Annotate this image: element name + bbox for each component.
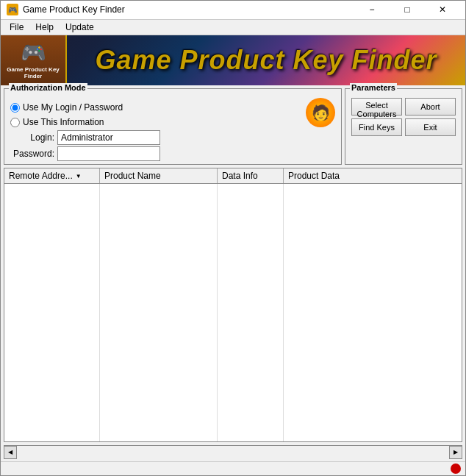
title-bar: 🎮 Game Product Key Finder − □ ✕ xyxy=(1,1,465,20)
scroll-right-button[interactable]: ▶ xyxy=(449,446,462,459)
auth-option1-label[interactable]: Use My Login / Password xyxy=(10,102,123,113)
password-label: Password: xyxy=(10,149,54,159)
params-legend: Parameters xyxy=(350,83,397,92)
title-bar-left: 🎮 Game Product Key Finder xyxy=(7,4,125,15)
auth-legend: Authorization Mode xyxy=(9,83,87,92)
col-line-1 xyxy=(4,184,100,441)
col-line-4 xyxy=(284,184,462,441)
login-row: Login: xyxy=(10,130,335,145)
auth-option1-radio[interactable] xyxy=(10,103,20,113)
banner: 🎮 Game Product Key Finder Game Product K… xyxy=(1,35,465,86)
col-product-data-label: Product Data xyxy=(288,171,340,181)
find-keys-button[interactable]: Find Keys xyxy=(351,118,402,136)
minimize-button[interactable]: − xyxy=(355,1,389,18)
auth-option2-radio[interactable] xyxy=(10,118,20,127)
menu-update[interactable]: Update xyxy=(60,21,100,34)
table-empty-grid xyxy=(4,184,462,441)
col-product-name: Product Name xyxy=(100,168,218,183)
exit-button[interactable]: Exit xyxy=(405,118,456,136)
auth-option2-row: Use This Information xyxy=(10,117,303,127)
password-input[interactable] xyxy=(57,146,160,161)
auth-box: Authorization Mode Use My Login / Passwo… xyxy=(4,88,342,165)
col-remote-arrow[interactable]: ▼ xyxy=(76,173,82,180)
table-header: Remote Addre... ▼ Product Name Data Info… xyxy=(4,168,462,184)
title-bar-controls: − □ ✕ xyxy=(355,1,459,18)
menu-bar: File Help Update xyxy=(1,20,465,35)
table-body xyxy=(4,184,462,441)
character-image: 🧑 xyxy=(306,98,335,127)
col-line-3 xyxy=(218,184,284,441)
app-icon-glyph: 🎮 xyxy=(8,6,17,14)
col-data-info: Data Info xyxy=(218,168,284,183)
auth-option1-row: Use My Login / Password xyxy=(10,102,303,113)
main-window: 🎮 Game Product Key Finder − □ ✕ File Hel… xyxy=(0,0,466,476)
banner-title-text: Game Product Key Finder xyxy=(95,45,437,76)
app-icon: 🎮 xyxy=(7,4,18,15)
password-row: Password: xyxy=(10,146,335,161)
close-button[interactable]: ✕ xyxy=(426,1,459,18)
col-product-label: Product Name xyxy=(104,171,161,181)
logo-icon: 🎮 xyxy=(21,40,46,65)
col-remote-label: Remote Addre... xyxy=(9,171,73,181)
login-input[interactable] xyxy=(57,130,160,145)
col-data-info-label: Data Info xyxy=(222,171,258,181)
auth-option2-label[interactable]: Use This Information xyxy=(10,117,104,127)
horizontal-scrollbar[interactable]: ◀ ▶ xyxy=(4,445,462,458)
login-label: Login: xyxy=(10,132,54,143)
abort-button[interactable]: Abort xyxy=(405,98,456,116)
params-buttons: Select Computers Abort Find Keys Exit xyxy=(351,98,456,136)
scroll-track[interactable] xyxy=(17,446,449,458)
results-table: Remote Addre... ▼ Product Name Data Info… xyxy=(4,168,462,442)
banner-title-area: Game Product Key Finder xyxy=(67,45,465,76)
credential-area: Login: Password: xyxy=(10,130,335,161)
config-row: Authorization Mode Use My Login / Passwo… xyxy=(4,88,462,165)
menu-help[interactable]: Help xyxy=(29,21,60,34)
title-bar-title: Game Product Key Finder xyxy=(23,4,125,15)
col-remote-address: Remote Addre... ▼ xyxy=(4,168,100,183)
menu-file[interactable]: File xyxy=(4,21,29,34)
banner-logo: 🎮 Game Product Key Finder xyxy=(1,35,67,86)
main-content: Authorization Mode Use My Login / Passwo… xyxy=(1,85,465,461)
select-computers-button[interactable]: Select Computers xyxy=(351,98,402,116)
auth-option1-text: Use My Login / Password xyxy=(23,102,123,113)
scroll-left-button[interactable]: ◀ xyxy=(4,446,17,459)
col-product-data: Product Data xyxy=(284,168,462,183)
maximize-button[interactable]: □ xyxy=(390,1,424,18)
params-box: Parameters Select Computers Abort Find K… xyxy=(345,88,462,165)
auth-option2-text: Use This Information xyxy=(23,117,104,127)
status-bar xyxy=(1,461,465,475)
col-line-2 xyxy=(100,184,218,441)
logo-text: Game Product Key Finder xyxy=(1,66,65,80)
status-indicator xyxy=(451,463,461,474)
